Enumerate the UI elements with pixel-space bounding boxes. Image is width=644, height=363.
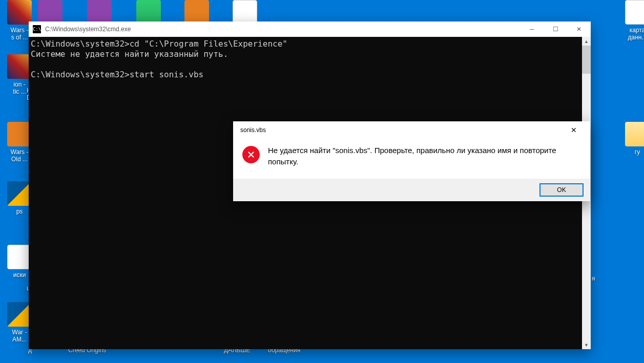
error-icon [242,146,260,163]
desktop-icon-image [184,0,209,25]
dialog-body: Не удается найти "sonis.vbs". Проверьте,… [233,139,590,179]
dialog-titlebar[interactable]: sonis.vbs ✕ [233,121,590,139]
desktop-icon[interactable]: гу [618,122,644,156]
desktop-icon-image [625,0,644,25]
minimize-button[interactable]: ─ [520,22,544,37]
desktop-icon-image [7,245,32,269]
dialog-message: Не удается найти "sonis.vbs". Проверьте,… [268,145,580,167]
cmd-icon: C:\ [33,25,41,33]
desktop-icon-image [7,122,32,146]
desktop-icon-image [136,0,161,25]
scroll-up-icon[interactable]: ▲ [582,37,591,46]
scroll-thumb[interactable] [582,46,591,74]
desktop-icon[interactable]: карта данн... [618,0,644,41]
desktop-icon-image [87,0,112,25]
desktop-icon-image [625,122,644,146]
desktop-icon-label: гу [618,148,644,156]
desktop-icon-image [7,181,32,206]
desktop-icon-image [7,54,32,79]
maximize-button[interactable]: ☐ [544,22,567,37]
dialog-close-button[interactable]: ✕ [563,123,585,137]
scroll-down-icon[interactable]: ▼ [582,340,591,349]
desktop-icon-image [7,302,32,327]
ok-button[interactable]: OK [540,184,583,196]
desktop-text-fragment: я [592,275,595,282]
desktop-icon-image [233,0,257,25]
cmd-titlebar[interactable]: C:\ C:\Windows\system32\cmd.exe ─ ☐ ✕ [29,22,591,37]
desktop-icon-image [7,0,32,25]
error-dialog: sonis.vbs ✕ Не удается найти "sonis.vbs"… [233,121,590,201]
desktop-icon-label: карта данн... [618,27,644,41]
close-button[interactable]: ✕ [567,22,591,37]
dialog-footer: OK [233,179,590,201]
dialog-title: sonis.vbs [240,126,563,134]
cmd-title: C:\Windows\system32\cmd.exe [45,26,520,33]
desktop-icon-image [38,0,63,25]
